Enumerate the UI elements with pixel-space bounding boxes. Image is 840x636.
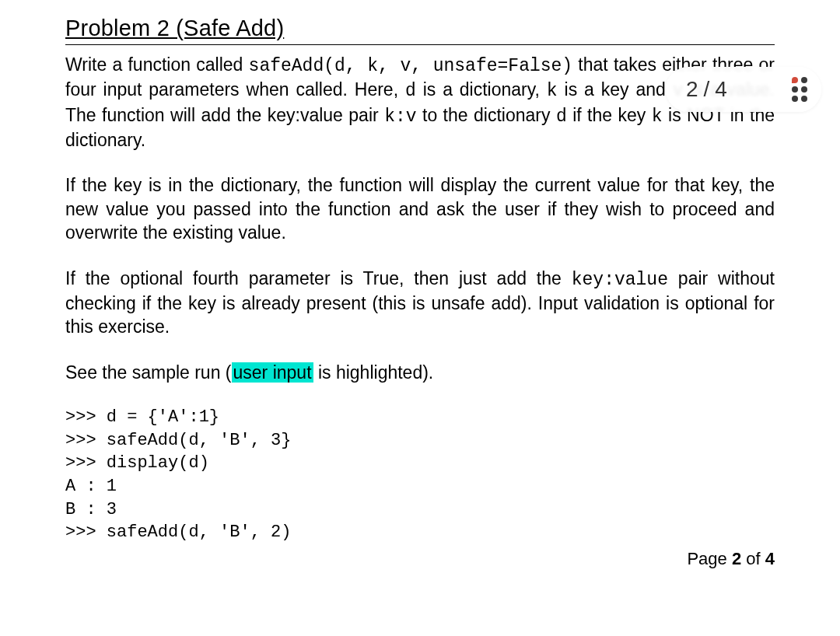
text: to the dictionary bbox=[417, 105, 556, 125]
footer-current-page: 2 bbox=[732, 549, 741, 568]
text: is a key and bbox=[558, 79, 673, 100]
inline-code: key:value bbox=[572, 270, 668, 290]
code-line: B : 3 bbox=[65, 500, 117, 519]
footer-of: of bbox=[741, 549, 765, 568]
text: See the sample run ( bbox=[65, 362, 232, 383]
inline-code: safeAdd(d, k, v, unsafe=False) bbox=[249, 56, 573, 76]
highlighted-text: user input bbox=[232, 362, 313, 383]
inline-code: d bbox=[556, 107, 567, 127]
page-footer: Page 2 of 4 bbox=[687, 549, 775, 569]
inline-code: k bbox=[547, 81, 558, 101]
code-line: >>> safeAdd(d, 'B', 2) bbox=[65, 522, 291, 542]
code-line: A : 1 bbox=[65, 477, 117, 496]
code-line: >>> d = {'A':1} bbox=[65, 407, 219, 427]
problem-paragraph-3: If the optional fourth parameter is True… bbox=[65, 267, 775, 339]
grid-menu-icon[interactable] bbox=[792, 77, 807, 102]
problem-heading: Problem 2 (Safe Add) bbox=[65, 16, 775, 41]
heading-rule bbox=[65, 44, 775, 45]
document-page: Problem 2 (Safe Add) Write a function ca… bbox=[0, 0, 840, 636]
indicator-separator: / bbox=[699, 77, 716, 101]
page-indicator-numbers: 2/4 bbox=[686, 77, 728, 102]
code-line: >>> display(d) bbox=[65, 453, 209, 473]
inline-code: d bbox=[405, 81, 416, 101]
footer-total-pages: 4 bbox=[765, 549, 775, 568]
text: If the optional fourth parameter is True… bbox=[65, 268, 572, 288]
text: is highlighted). bbox=[313, 362, 434, 383]
inline-code: k:v bbox=[384, 107, 416, 127]
page-indicator-overlay[interactable]: 2/4 bbox=[666, 67, 821, 112]
text: Write a function called bbox=[65, 54, 249, 75]
sample-run-code: >>> d = {'A':1} >>> safeAdd(d, 'B', 3} >… bbox=[65, 406, 775, 544]
indicator-current-page: 2 bbox=[686, 77, 699, 101]
indicator-total-pages: 4 bbox=[715, 77, 728, 101]
footer-prefix: Page bbox=[687, 549, 732, 568]
code-line: >>> safeAdd(d, 'B', 3} bbox=[65, 431, 291, 450]
text: is a dictionary, bbox=[416, 79, 547, 100]
problem-paragraph-2: If the key is in the dictionary, the fun… bbox=[65, 173, 775, 244]
inline-code: k bbox=[652, 107, 663, 127]
problem-paragraph-4: See the sample run (user input is highli… bbox=[65, 361, 775, 384]
problem-paragraph-1: Write a function called safeAdd(d, k, v,… bbox=[65, 53, 775, 152]
text: if the key bbox=[567, 105, 652, 125]
